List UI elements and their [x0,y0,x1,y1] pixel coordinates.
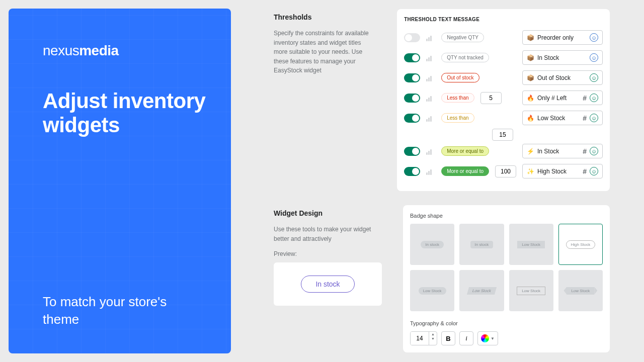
threshold-text: High Stock [537,168,578,175]
chevron-down-icon: ▼ [491,336,495,341]
shape-preview: Low Stock [419,287,446,295]
hero-card: nexusmedia Adjust inventory widgets To m… [9,9,231,353]
shape-preview: Low Stock [467,287,497,295]
badge-shape-option[interactable]: Low Stock [410,270,454,311]
threshold-value-input[interactable] [480,92,502,104]
shape-preview: In stock [470,241,494,248]
threshold-message-input[interactable]: 📦Out of Stock☺ [522,70,603,85]
badge-shape-option[interactable]: In stock [410,224,454,265]
bar-chart-icon [426,148,435,155]
threshold-message-input[interactable]: 📦Preorder only☺ [522,30,603,45]
thresholds-header: THRESHOLD TEXT MESSAGE [404,17,603,22]
threshold-emoji-icon: 📦 [527,34,534,41]
emoji-picker-icon[interactable]: ☺ [590,114,598,122]
threshold-text: Preorder only [537,34,587,41]
threshold-message-input[interactable]: ⚡In Stock#☺ [522,144,603,158]
condition-badge: More or equal to [441,166,489,176]
threshold-emoji-icon: 🔥 [527,115,534,122]
emoji-picker-icon[interactable]: ☺ [590,53,598,62]
threshold-toggle[interactable] [404,33,420,42]
bar-chart-icon [426,115,435,122]
emoji-picker-icon[interactable]: ☺ [590,73,598,82]
threshold-toggle[interactable] [404,147,420,156]
threshold-text: In Stock [537,148,578,155]
threshold-toggle[interactable] [404,73,420,82]
badge-shape-option[interactable]: Low Stock [558,270,603,311]
threshold-toggle[interactable] [404,94,420,103]
preview-label: Preview: [274,250,382,257]
badge-shape-label: Badge shape [410,213,603,219]
shape-preview: Low Stock [517,241,545,248]
design-title: Widget Design [274,209,382,217]
design-desc: Use these tools to make your widget bett… [274,225,382,243]
threshold-message-input[interactable]: ✨High Stock#☺ [522,164,603,178]
hash-icon[interactable]: # [583,94,587,102]
shape-preview: In stock [421,241,444,248]
threshold-value-input[interactable] [495,165,516,177]
threshold-toggle[interactable] [404,167,420,176]
font-size-field[interactable] [411,332,429,345]
badge-shape-option[interactable]: High Stock [558,224,603,265]
threshold-text: In Stock [537,54,587,61]
bold-button[interactable]: B [441,331,455,345]
badge-shape-option[interactable]: In stock [459,224,504,265]
threshold-toggle[interactable] [404,53,420,62]
emoji-picker-icon[interactable]: ☺ [590,33,598,42]
thresholds-title: Thresholds [274,13,376,21]
threshold-emoji-icon: ⚡ [527,148,534,155]
threshold-emoji-icon: 📦 [527,54,534,61]
bar-chart-icon [426,34,435,41]
font-size-down[interactable]: ▼ [429,336,437,341]
preview-badge: In stock [301,276,354,293]
thresholds-desc: Specify the constraints for available in… [274,29,376,75]
condition-badge: More or equal to [441,146,489,156]
brand-logo: nexusmedia [43,43,206,59]
condition-badge: QTY not tracked [441,53,489,62]
condition-badge: Less than [441,113,474,123]
threshold-row: More or equal to✨High Stock#☺ [404,164,603,178]
hash-icon[interactable]: # [583,114,587,122]
badge-shape-option[interactable]: Low Stock [459,270,504,311]
condition-badge: Less than [441,93,474,103]
bar-chart-icon [426,168,435,175]
condition-badge: Negative QTY [441,33,484,42]
badge-shape-option[interactable]: Low Stock [509,224,553,265]
threshold-toggle[interactable] [404,114,420,123]
threshold-emoji-icon: 🔥 [527,95,534,102]
threshold-message-input[interactable]: 🔥Only # Left#☺ [522,90,603,105]
threshold-emoji-icon: 📦 [527,74,534,81]
threshold-text: Only # Left [537,95,578,102]
design-panel: Badge shape In stockIn stockLow StockHig… [403,205,610,352]
hash-icon[interactable]: # [583,147,587,155]
shape-preview: Low Stock [567,287,594,295]
color-picker-button[interactable]: ▼ [477,331,498,345]
threshold-row: Negative QTY📦Preorder only☺ [404,30,603,45]
hero-footer: To match your store's theme [43,293,206,328]
threshold-row: Less than🔥Low Stock#☺ [404,111,603,125]
bar-chart-icon [426,54,435,61]
emoji-picker-icon[interactable]: ☺ [590,167,598,175]
shape-preview: Low Stock [517,287,545,295]
hash-icon[interactable]: # [583,167,587,175]
preview-box: In stock [274,262,382,306]
font-size-input[interactable]: ▲▼ [410,331,437,345]
font-size-up[interactable]: ▲ [429,332,437,336]
bar-chart-icon [426,95,435,102]
threshold-message-input[interactable]: 🔥Low Stock#☺ [522,111,603,125]
badge-shape-option[interactable]: Low Stock [509,270,553,311]
bar-chart-icon [426,74,435,81]
emoji-picker-icon[interactable]: ☺ [590,147,598,155]
emoji-picker-icon[interactable]: ☺ [590,94,598,102]
threshold-row: Less than🔥Only # Left#☺ [404,90,603,105]
threshold-text: Out of Stock [537,74,587,81]
thresholds-panel: THRESHOLD TEXT MESSAGE Negative QTY📦Preo… [397,9,610,191]
color-wheel-icon [481,334,489,342]
threshold-value-input[interactable] [492,129,513,141]
shape-preview: High Stock [566,240,596,249]
threshold-row: Out of stock📦Out of Stock☺ [404,70,603,85]
threshold-text: Low Stock [537,115,578,122]
italic-button[interactable]: i [459,331,473,345]
threshold-message-input[interactable]: 📦In Stock☺ [522,50,603,65]
typography-label: Typography & color [410,320,603,326]
threshold-emoji-icon: ✨ [527,168,534,175]
